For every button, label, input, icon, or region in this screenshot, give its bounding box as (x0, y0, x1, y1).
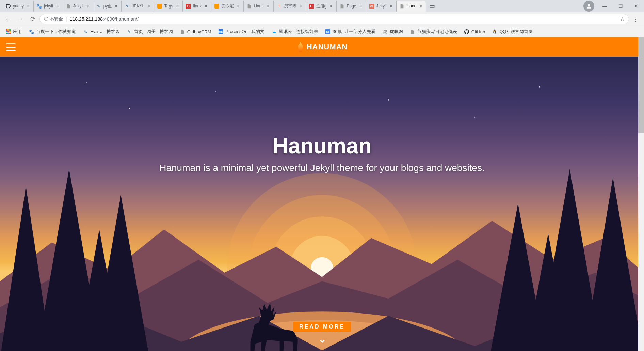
tab-favicon-icon: i (276, 3, 282, 9)
address-bar[interactable]: ⓘ 不安全 | 118.25.211.188:4000/hanuman// ☆ (39, 14, 629, 24)
close-window-button[interactable]: ✕ (628, 1, 644, 12)
bookmark-item[interactable]: 🐾百度一下，你就知道 (26, 27, 79, 36)
bookmark-favicon-icon: 虎 (382, 29, 388, 34)
bookmark-favicon-icon: On (218, 29, 224, 34)
hero-background-illustration (0, 57, 644, 351)
tab-close-icon[interactable]: × (85, 4, 90, 9)
bookmark-item[interactable]: 熊猫头写日记记仇表 (407, 27, 460, 36)
minimize-button[interactable]: ― (597, 1, 613, 12)
bookmark-item[interactable]: OnProcessOn - 我的文 (215, 27, 268, 36)
bookmark-item[interactable]: OldboyCRM (177, 28, 214, 36)
info-icon: ⓘ (44, 16, 48, 22)
bookmark-item[interactable]: 应用 (3, 27, 25, 36)
tab-close-icon[interactable]: × (146, 4, 151, 9)
browser-tab[interactable]: i撰写博× (274, 1, 306, 12)
bookmark-item[interactable]: 虎虎嗅网 (380, 27, 406, 36)
browser-toolbar: ← → ⟳ ⓘ 不安全 | 118.25.211.188:4000/hanuma… (0, 12, 644, 26)
tab-close-icon[interactable]: × (236, 4, 241, 9)
browser-tab[interactable]: Page× (337, 1, 366, 12)
bookmark-label: 应用 (13, 29, 22, 35)
bookmark-star-icon[interactable]: ☆ (620, 16, 625, 22)
tab-title: Jekyll (73, 4, 83, 9)
tab-title: Hanu (254, 4, 264, 9)
tab-strip: yuany×🐾jekyll×Jekyll×✎py鱼×✎JEKYL×Tags×Cl… (0, 0, 644, 12)
bookmark-label: 百度一下，你就知道 (36, 29, 76, 35)
tab-title: 安东尼 (222, 3, 234, 9)
read-more-button[interactable]: READ MORE (293, 322, 351, 332)
bookmark-item[interactable]: ☁腾讯云 - 连接智能未 (269, 27, 321, 36)
browser-tab[interactable]: Hanu× (244, 1, 274, 12)
tab-close-icon[interactable]: × (114, 4, 118, 9)
svg-point-0 (588, 4, 590, 6)
browser-tab[interactable]: 简Jekyll× (366, 1, 397, 12)
browser-tab[interactable]: yuany× (3, 1, 34, 12)
browser-chrome: yuany×🐾jekyll×Jekyll×✎py鱼×✎JEKYL×Tags×Cl… (0, 0, 644, 37)
tab-title: py鱼 (103, 3, 112, 9)
bookmark-item[interactable]: GitHub (461, 28, 488, 36)
tab-close-icon[interactable]: × (26, 4, 31, 9)
bookmark-favicon-icon (5, 29, 11, 34)
tab-favicon-icon: 🐾 (36, 3, 42, 9)
tab-close-icon[interactable]: × (389, 4, 393, 9)
scrollbar-track[interactable] (638, 37, 644, 351)
insecure-label: 不安全 (50, 16, 63, 22)
security-indicator[interactable]: ⓘ 不安全 (44, 16, 63, 22)
browser-tab[interactable]: Clinux× (183, 1, 211, 12)
forward-button[interactable]: → (15, 14, 26, 25)
tab-close-icon[interactable]: × (266, 4, 271, 9)
tab-close-icon[interactable]: × (329, 4, 334, 9)
bookmark-item[interactable]: 🐧QQ互联官网首页 (489, 27, 535, 36)
browser-tab[interactable]: Jekyll× (63, 1, 93, 12)
bookmark-label: 36氪_让一部分人先看 (333, 29, 375, 35)
brand-text: HANUMAN (307, 43, 348, 51)
tab-close-icon[interactable]: × (358, 4, 363, 9)
reload-button[interactable]: ⟳ (27, 14, 38, 25)
menu-hamburger-icon[interactable] (6, 43, 16, 51)
tab-favicon-icon (339, 3, 345, 9)
tab-close-icon[interactable]: × (175, 4, 180, 9)
bookmark-item[interactable]: ✎首页 - 园子 - 博客园 (124, 27, 176, 36)
bookmark-label: ProcessOn - 我的文 (226, 29, 265, 35)
browser-tab[interactable]: Hanu× (397, 1, 426, 12)
tab-title: Tags (164, 4, 173, 9)
tab-favicon-icon (5, 3, 11, 9)
bookmark-favicon-icon: Kr (325, 29, 331, 34)
bookmark-favicon-icon (410, 29, 415, 34)
tab-close-icon[interactable]: × (418, 4, 423, 9)
bookmark-item[interactable]: Kr36氪_让一部分人先看 (322, 27, 378, 36)
svg-point-10 (388, 99, 389, 101)
tab-title: 撰写博 (284, 3, 296, 9)
browser-tab[interactable]: Tags× (154, 1, 183, 12)
tab-title: jekyll (44, 4, 53, 9)
tab-favicon-icon: C (309, 3, 314, 9)
site-brand[interactable]: HANUMAN (296, 42, 348, 52)
svg-point-9 (215, 91, 216, 92)
svg-point-12 (539, 86, 540, 88)
window-controls: ― ☐ ✕ (583, 1, 644, 12)
tab-favicon-icon (66, 3, 71, 9)
hero-section: Hanuman Hanuman is a minimal yet powerfu… (0, 57, 644, 351)
bookmark-favicon-icon (464, 29, 469, 34)
tab-close-icon[interactable]: × (298, 4, 303, 9)
new-tab-button[interactable]: ▭ (427, 1, 437, 11)
tab-close-icon[interactable]: × (55, 4, 60, 9)
bookmark-item[interactable]: ✎Eva_J - 博客园 (80, 27, 123, 36)
tab-favicon-icon: 简 (369, 3, 374, 9)
tab-close-icon[interactable]: × (204, 4, 208, 9)
maximize-button[interactable]: ☐ (613, 1, 628, 12)
scrollbar-thumb[interactable] (638, 37, 644, 133)
browser-tab[interactable]: ✎py鱼× (93, 1, 122, 12)
browser-tab[interactable]: 🐾jekyll× (34, 1, 63, 12)
profile-avatar-icon[interactable] (583, 1, 594, 12)
bookmark-label: Eva_J - 博客园 (90, 29, 120, 35)
tab-title: JEKYL (132, 4, 144, 9)
bookmark-favicon-icon: ✎ (127, 29, 132, 34)
scroll-down-chevron-icon[interactable]: ⌄ (318, 334, 326, 345)
back-button[interactable]: ← (3, 14, 14, 25)
browser-tab[interactable]: 安东尼× (211, 1, 244, 12)
browser-tab[interactable]: C注册g× (306, 1, 337, 12)
site-header: HANUMAN (0, 37, 644, 57)
browser-tab[interactable]: ✎JEKYL× (122, 1, 154, 12)
browser-menu-button[interactable]: ⋮ (630, 15, 641, 23)
bookmark-label: QQ互联官网首页 (499, 29, 533, 35)
